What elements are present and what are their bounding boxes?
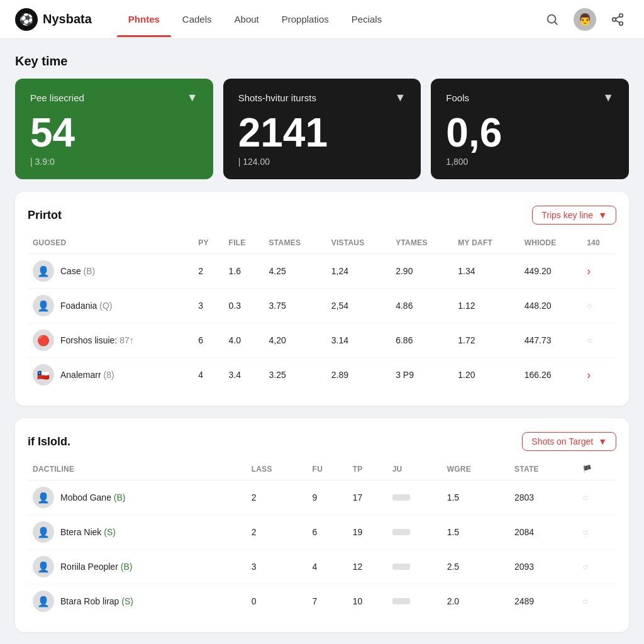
cell2-fu-1: 6 [308,515,348,550]
cell2-fu-3: 7 [308,584,348,619]
stat-card-1-chevron[interactable]: ▼ [187,91,198,104]
table2-dropdown-chevron: ▼ [598,436,607,447]
cell-py-3: 4 [193,358,223,392]
stat-card-3-header: Fools ▼ [446,91,614,104]
table1-dropdown[interactable]: Trips key line ▼ [532,206,616,225]
nav-link-cadels[interactable]: Cadels [171,1,223,37]
player2-avatar-3: 👤 [33,591,54,612]
mini-bar-0 [392,494,410,501]
cell2-flag-1: ○ [577,515,616,550]
table-row[interactable]: 👤 Mobod Gane (B) 2 9 17 1.5 2803 ○ [28,480,616,515]
nav-actions: 👨 [541,8,629,31]
cell-vistaus-2: 3.14 [326,323,391,358]
cell-file-1: 0.3 [224,289,264,323]
svg-point-3 [613,18,616,21]
stat-card-3-value: 0,6 [446,113,614,153]
cell-vistaus-3: 2.89 [326,358,391,392]
cell2-fu-0: 9 [308,480,348,515]
table2-dropdown[interactable]: Shots on Target ▼ [522,432,616,451]
share-icon[interactable] [606,8,629,31]
table1-header: Prirtot Trips key line ▼ [28,206,616,225]
player-cell-3: 🇨🇱 Analemarr (8) [28,358,193,392]
main-content: Key time Pee lisecried ▼ 54 | 3.9:0 Shot… [0,39,644,644]
table2-table: Dactiline LASS FU TP JU WGRE STATE 🏴 👤 M… [28,461,616,618]
cell-py-1: 3 [193,289,223,323]
cell2-ju-0 [387,480,442,515]
nav-links: Phntes Cadels About Propplatios Pecials [117,1,541,37]
table-row[interactable]: 👤 Btera Niek (S) 2 6 19 1.5 2084 ○ [28,515,616,550]
stat-card-3-sub: 1,800 [446,157,614,167]
table1-dropdown-chevron: ▼ [598,210,607,220]
col-whiode: WHIODE [519,235,582,254]
cell2-state-0: 2803 [509,480,577,515]
cell2-fu-2: 4 [308,550,348,584]
cell2-lass-0: 2 [247,480,308,515]
player2-name-2: Roriila Peopler (B) [60,562,132,572]
col2-dactiline: Dactiline [28,461,247,480]
table-row[interactable]: 👤 Roriila Peopler (B) 3 4 12 2.5 2093 ○ [28,550,616,584]
cell2-tp-3: 10 [348,584,387,619]
player2-cell-0: 👤 Mobod Gane (B) [28,480,247,515]
cell-stames-0: 4.25 [264,254,326,289]
stat-card-1-header: Pee lisecried ▼ [30,91,198,104]
player-name-3: Analemarr (8) [60,370,114,380]
player-avatar-2: 🔴 [33,330,54,351]
cell-file-3: 3.4 [224,358,264,392]
cell2-wgre-2: 2.5 [442,550,509,584]
cell-stames-3: 3.25 [264,358,326,392]
cell2-wgre-1: 1.5 [442,515,509,550]
col-ytames: YTAMES [391,235,453,254]
brand-icon: ⚽ [15,8,38,31]
navbar: ⚽ Nysbata Phntes Cadels About Propplatio… [0,0,644,39]
cell2-state-2: 2093 [509,550,577,584]
cell2-state-1: 2084 [509,515,577,550]
cell-stames-2: 4,20 [264,323,326,358]
player-cell-0: 👤 Case (B) [28,254,193,289]
col-extra: 140 [582,235,616,254]
col-file: FILE [224,235,264,254]
cell-vistaus-1: 2,54 [326,289,391,323]
nav-link-propplatios[interactable]: Propplatios [270,1,340,37]
player2-name-0: Mobod Gane (B) [60,492,126,502]
table1-card: Prirtot Trips key line ▼ Guosed PY FILE … [15,192,629,406]
col2-fu: FU [308,461,348,480]
player-name-1: Foadania (Q) [60,301,113,311]
stat-cards: Pee lisecried ▼ 54 | 3.9:0 Shots-hvitur … [15,79,629,179]
search-icon[interactable] [541,8,564,31]
svg-line-6 [616,16,619,18]
cell-extra-3: › [582,358,616,392]
cell-mydaft-3: 1.20 [453,358,519,392]
stat-card-3-chevron[interactable]: ▼ [602,91,614,104]
table-row[interactable]: 🇨🇱 Analemarr (8) 4 3.4 3.25 2.89 3 P9 1.… [28,358,616,392]
stat-card-2-chevron[interactable]: ▼ [395,91,406,104]
col2-lass: LASS [247,461,308,480]
cell-ytames-2: 6.86 [391,323,453,358]
player-avatar-3: 🇨🇱 [33,364,54,386]
table-row[interactable]: 👤 Foadania (Q) 3 0.3 3.75 2,54 4.86 1.12… [28,289,616,323]
cell-whiode-1: 448.20 [519,289,582,323]
cell2-wgre-3: 2.0 [442,584,509,619]
cell-ytames-3: 3 P9 [391,358,453,392]
cell2-tp-2: 12 [348,550,387,584]
player-avatar-1: 👤 [33,295,54,316]
table-row[interactable]: 👤 Btara Rob lirap (S) 0 7 10 2.0 2489 ○ [28,584,616,619]
stat-card-1-label: Pee lisecried [30,92,84,103]
player-name-0: Case (B) [60,266,95,276]
avatar[interactable]: 👨 [574,8,596,31]
cell-whiode-2: 447.73 [519,323,582,358]
cell2-wgre-0: 1.5 [442,480,509,515]
brand[interactable]: ⚽ Nysbata [15,8,92,31]
stat-card-2-value: 2141 [238,113,406,153]
nav-link-phntes[interactable]: Phntes [117,1,171,37]
table-row[interactable]: 🔴 Forshos lisuie: 87↑ 6 4.0 4,20 3.14 6.… [28,323,616,358]
table-row[interactable]: 👤 Case (B) 2 1.6 4.25 1,24 2.90 1.34 449… [28,254,616,289]
cell2-lass-2: 3 [247,550,308,584]
nav-link-pecials[interactable]: Pecials [340,1,393,37]
col-mydaft: MY DAFT [453,235,519,254]
cell-py-0: 2 [193,254,223,289]
stat-card-2-label: Shots-hvitur itursts [238,92,316,103]
nav-link-about[interactable]: About [223,1,270,37]
player-name-2: Forshos lisuie: 87↑ [60,335,134,345]
table2-dropdown-label: Shots on Target [531,436,593,447]
cell2-tp-0: 17 [348,480,387,515]
